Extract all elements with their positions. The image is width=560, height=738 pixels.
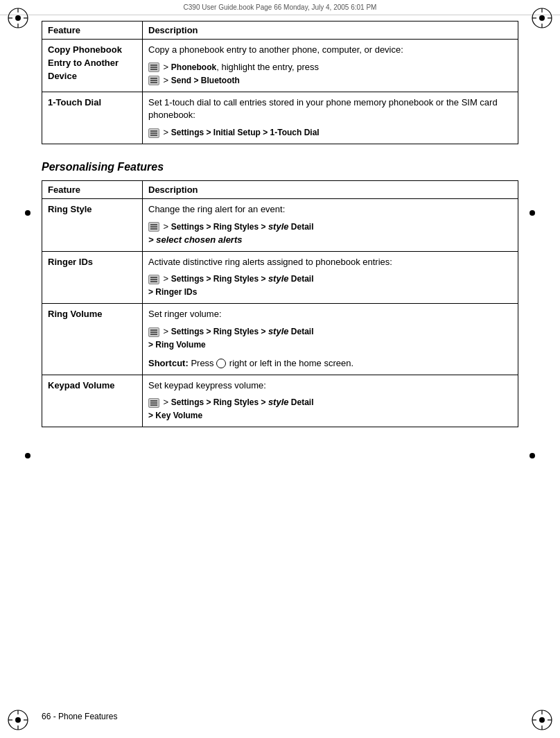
table2-col1-header: Feature	[42, 181, 143, 199]
table-row: Keypad Volume Set keypad keypress volume…	[42, 375, 518, 427]
features-table-2: Feature Description Ring Style Change th…	[42, 180, 518, 427]
svg-point-25	[25, 453, 30, 458]
table-row: Ringer IDs Activate distinctive ring ale…	[42, 251, 518, 304]
section2-heading: Personalising Features	[42, 161, 518, 173]
svg-point-24	[25, 210, 30, 216]
menu-icon-ring-style	[148, 222, 159, 232]
corner-decoration-bl	[6, 707, 30, 732]
feature-label-ringer-ids: Ringer IDs	[42, 251, 143, 304]
svg-point-1	[15, 15, 21, 21]
svg-point-7	[539, 15, 545, 21]
joystick-icon	[216, 359, 226, 368]
menu-path-ring-volume: Detail	[289, 327, 314, 336]
content-area: Feature Description Copy Phonebook Entry…	[42, 21, 518, 703]
feature-label-ring-style: Ring Style	[42, 199, 143, 252]
menu-icon-2	[148, 128, 159, 138]
table-row: Copy Phonebook Entry to Another Device C…	[42, 40, 518, 92]
table-row: Ring Volume Set ringer volume: > Setting…	[42, 304, 518, 375]
table-row: 1-Touch Dial Set 1-touch dial to call en…	[42, 92, 518, 144]
select-italic: > select chosen alerts	[148, 234, 243, 245]
table2-col2-header: Description	[143, 181, 518, 199]
desc-main-2: Set 1-touch dial to call entries stored …	[148, 96, 512, 123]
feature-desc-copy-phonebook: Copy a phonebook entry to another phone,…	[143, 40, 518, 92]
feature-label-1touch: 1-Touch Dial	[42, 92, 143, 144]
corner-decoration-tl	[6, 6, 30, 31]
desc-keypad-volume-sub: > Key Volume	[148, 409, 512, 422]
feature-desc-keypad-volume: Set keypad keypress volume: > Settings >…	[143, 375, 518, 427]
style-italic-4: style	[268, 397, 289, 407]
style-italic-3: style	[268, 326, 289, 336]
desc-keypad-volume: Set keypad keypress volume:	[148, 379, 512, 393]
menu-icon-ring-volume	[148, 327, 159, 337]
table-row: Ring Style Change the ring alert for an …	[42, 199, 518, 252]
menu-path-keypad-volume: Detail	[289, 397, 314, 407]
side-dot-right2	[529, 451, 536, 461]
menu-icon-ringer-ids	[148, 275, 159, 284]
header-bar: C390 User Guide.book Page 66 Monday, Jul…	[0, 0, 560, 15]
menu-path-ringer-ids-pre: Settings > Ring Styles >	[171, 274, 268, 284]
shortcut-ring-volume: Shortcut: Press right or left in the hom…	[148, 357, 512, 370]
menu-path-1touch: Settings > Initial Setup > 1-Touch Dial	[171, 128, 320, 137]
desc-menu-1: > Phonebook, highlight the entry, press	[148, 61, 512, 74]
desc-ringer-ids: Activate distinctive ring alerts assigne…	[148, 256, 512, 269]
desc-menu-ring-volume: > Settings > Ring Styles > style Detail	[148, 325, 512, 338]
menu-icon-keypad-volume	[148, 398, 159, 408]
corner-decoration-br	[530, 707, 554, 732]
feature-label-ring-volume: Ring Volume	[42, 304, 143, 375]
feature-desc-1touch: Set 1-touch dial to call entries stored …	[143, 92, 518, 144]
desc-ringer-ids-sub: > Ringer IDs	[148, 286, 512, 299]
style-italic: style	[268, 221, 289, 232]
corner-decoration-tr	[530, 6, 554, 31]
side-dot-left2	[24, 451, 31, 461]
feature-desc-ring-style: Change the ring alert for an event: > Se…	[143, 199, 518, 252]
desc-ring-volume: Set ringer volume:	[148, 308, 512, 321]
menu-path-ring-style: Settings > Ring Styles >	[171, 222, 268, 232]
desc-ring-style-select: > select chosen alerts	[148, 234, 512, 247]
desc-menu-2: > Settings > Initial Setup > 1-Touch Dia…	[148, 126, 512, 139]
feature-desc-ringer-ids: Activate distinctive ring alerts assigne…	[143, 251, 518, 304]
svg-point-19	[539, 717, 545, 723]
header-text: C390 User Guide.book Page 66 Monday, Jul…	[184, 3, 377, 11]
side-dot-right	[529, 208, 536, 218]
footer-text: 66 - Phone Features	[42, 712, 117, 721]
desc-menu-ring-style: > Settings > Ring Styles > style Detail	[148, 221, 512, 234]
feature-desc-ring-volume: Set ringer volume: > Settings > Ring Sty…	[143, 304, 518, 375]
style-italic-2: style	[268, 273, 289, 284]
menu-path-send-bt: Send > Bluetooth	[171, 76, 240, 85]
desc-menu-ringer-ids: > Settings > Ring Styles > style Detail	[148, 273, 512, 286]
side-dot-left	[24, 208, 31, 218]
menu-icon-1	[148, 62, 159, 72]
desc-ring-style: Change the ring alert for an event:	[148, 203, 512, 216]
feature-label-copy-phonebook: Copy Phonebook Entry to Another Device	[42, 40, 143, 92]
menu-path-ring-volume-end: > Ring Volume	[148, 340, 206, 350]
desc-ring-volume-sub: > Ring Volume	[148, 338, 512, 352]
svg-point-13	[15, 717, 21, 723]
svg-point-26	[530, 210, 535, 216]
menu-path-phonebook: Phonebook	[171, 62, 216, 72]
menu-path-ringer-ids-end: > Ringer IDs	[148, 287, 197, 297]
menu-path-keypad-volume-end: > Key Volume	[148, 411, 202, 420]
feature-label-keypad-volume: Keypad Volume	[42, 375, 143, 427]
table1-col1-header: Feature	[42, 22, 143, 40]
desc-main-1: Copy a phonebook entry to another phone,…	[148, 44, 512, 57]
desc-menu-1b: > Send > Bluetooth	[148, 74, 512, 87]
menu-icon-1b	[148, 76, 159, 85]
table1-col2-header: Description	[143, 22, 518, 40]
svg-point-27	[530, 453, 535, 458]
menu-path-ringer-ids: Detail	[289, 274, 314, 284]
shortcut-label: Shortcut:	[148, 358, 189, 368]
menu-path-ring-volume-pre: Settings > Ring Styles >	[171, 327, 268, 336]
page-container: C390 User Guide.book Page 66 Monday, Jul…	[0, 0, 560, 738]
menu-path-ring-style-detail: Detail	[289, 222, 314, 232]
desc-menu-keypad-volume: > Settings > Ring Styles > style Detail	[148, 396, 512, 409]
menu-path-keypad-volume-pre: Settings > Ring Styles >	[171, 397, 268, 407]
features-table-1: Feature Description Copy Phonebook Entry…	[42, 21, 518, 144]
